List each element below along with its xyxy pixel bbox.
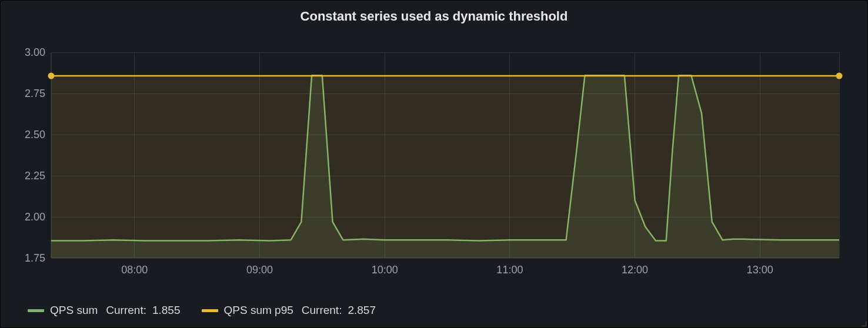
legend-item-qps-sum[interactable]: QPS sum Current: 1.855 — [28, 304, 181, 317]
legend: QPS sum Current: 1.855 QPS sum p95 Curre… — [28, 304, 376, 317]
legend-item-qps-sum-p95[interactable]: QPS sum p95 Current: 2.857 — [202, 304, 376, 317]
svg-point-16 — [836, 73, 843, 79]
panel-title[interactable]: Constant series used as dynamic threshol… — [1, 1, 867, 29]
y-axis-tick-label: 2.25 — [25, 170, 45, 182]
legend-swatch-qps-sum-p95 — [202, 309, 218, 312]
x-axis-tick-label: 13:00 — [747, 264, 773, 276]
legend-stat-value: 1.855 — [152, 304, 181, 317]
y-axis-tick-label: 2.75 — [25, 88, 45, 100]
x-axis-tick-label: 10:00 — [372, 264, 398, 276]
legend-series-name: QPS sum p95 — [224, 304, 293, 317]
x-axis-tick-label: 09:00 — [246, 264, 273, 276]
legend-series-name: QPS sum — [50, 304, 98, 317]
legend-stat-value: 2.857 — [348, 304, 376, 317]
legend-stat-label: Current: — [106, 304, 146, 317]
x-axis-tick-label: 08:00 — [121, 264, 148, 276]
chart-panel: Constant series used as dynamic threshol… — [0, 0, 868, 328]
legend-stat-label: Current: — [302, 304, 342, 317]
plot-area[interactable] — [51, 52, 839, 258]
y-axis-tick-label: 2.00 — [25, 211, 45, 223]
y-axis-tick-label: 3.00 — [25, 46, 45, 59]
x-axis-tick-label: 12:00 — [622, 264, 648, 276]
legend-swatch-qps-sum — [28, 309, 44, 312]
y-axis-tick-label: 2.50 — [25, 129, 45, 141]
x-axis-tick-label: 11:00 — [496, 264, 523, 276]
resize-handle-icon[interactable] — [860, 320, 866, 326]
svg-point-15 — [48, 73, 55, 79]
y-axis-tick-label: 1.75 — [25, 252, 45, 265]
